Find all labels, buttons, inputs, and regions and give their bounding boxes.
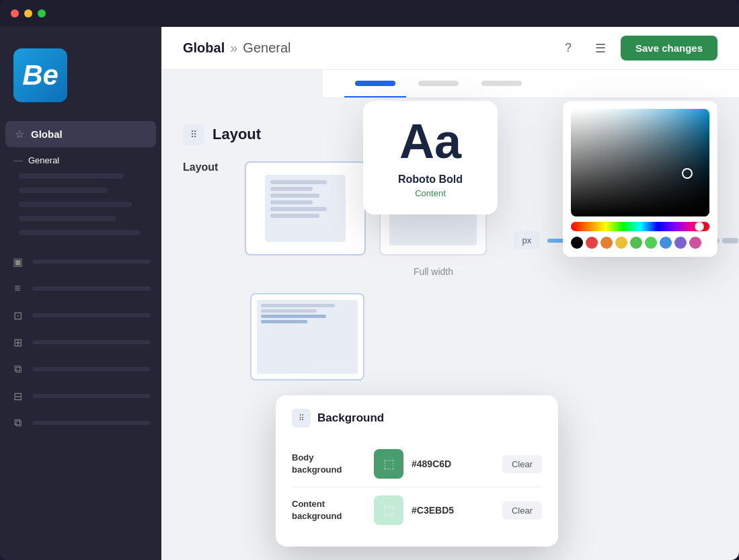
preview-line-2 (270, 187, 312, 191)
logo-area: Be (0, 38, 161, 118)
bg-panel-icon: ⠿ (292, 409, 311, 428)
sidebar-item-global[interactable]: ☆ Global (5, 121, 156, 147)
breadcrumb-main: Global (183, 40, 225, 56)
sidebar-icon-row-6[interactable]: ⊟ (0, 384, 161, 408)
body-background-clear-button[interactable]: Clear (502, 455, 542, 473)
font-card: Aa Roboto Bold Content (363, 101, 498, 214)
tab-item-1[interactable] (344, 70, 406, 97)
px-badge: px (514, 231, 539, 249)
layout-preview-1[interactable] (245, 161, 366, 255)
star-icon: ☆ (15, 128, 24, 141)
breadcrumb: Global » General (183, 40, 291, 56)
close-dot[interactable] (11, 9, 19, 17)
sidebar-placeholder-2 (19, 188, 108, 193)
sidebar: Be ☆ Global — General ▣ ≡ (0, 27, 161, 560)
body-background-swatch[interactable]: ⬚ (374, 449, 403, 479)
sidebar-icon-row-7[interactable]: ⧉ (0, 411, 161, 435)
tab-item-3[interactable] (471, 70, 533, 97)
dash-icon: — (13, 155, 23, 165)
hue-thumb[interactable] (695, 222, 704, 231)
grid-icon: ⊡ (11, 309, 24, 322)
tab-item-2[interactable] (407, 70, 469, 97)
history-icon: ☰ (595, 41, 606, 56)
sidebar-placeholder-5 (19, 230, 140, 235)
layout-icon: ▣ (11, 255, 24, 268)
swatch-yellow[interactable] (615, 237, 627, 249)
sidebar-icon-row-5[interactable]: ⧉ (0, 357, 161, 381)
full-width-label: Full width (414, 266, 453, 277)
layout-label: Layout (183, 161, 218, 173)
font-name: Roboto Bold (379, 173, 481, 186)
swatch-purple[interactable] (674, 237, 687, 249)
copy-icon: ⧉ (11, 362, 24, 376)
help-button[interactable]: ? (556, 36, 580, 61)
picker-circle[interactable] (682, 168, 693, 179)
swatch-orange[interactable] (600, 237, 613, 249)
content-background-clear-button[interactable]: Clear (502, 502, 542, 520)
tab-placeholder-2 (418, 81, 459, 86)
color-gradient[interactable] (571, 109, 709, 216)
main-layout: Be ☆ Global — General ▣ ≡ (0, 27, 739, 560)
nav-placeholder-3 (32, 313, 151, 317)
content-background-row: Content background ⬚ #C3EBD5 Clear (292, 487, 542, 533)
sidebar-placeholder-4 (19, 216, 116, 221)
minus-box-icon: ⊟ (11, 389, 24, 403)
nav-placeholder (32, 259, 151, 264)
swatch-blue[interactable] (660, 237, 672, 249)
layout-preview-3[interactable] (250, 293, 364, 381)
nav-placeholder-6 (32, 394, 151, 398)
question-icon: ? (565, 41, 572, 55)
body-background-value: #489C6D (412, 458, 494, 469)
logo: Be (13, 48, 67, 102)
content-area: Global » General ? ☰ Save changes (161, 27, 739, 560)
header-actions: ? ☰ Save changes (556, 36, 717, 61)
font-preview-text: Aa (379, 117, 481, 165)
swatch-pink[interactable] (689, 237, 701, 249)
bg-panel-header: ⠿ Background (292, 409, 542, 428)
content-swatch-icon: ⬚ (383, 503, 395, 518)
save-changes-button[interactable]: Save changes (621, 36, 717, 61)
nav-placeholder-7 (32, 421, 151, 425)
minimize-dot[interactable] (24, 9, 32, 17)
sidebar-global-label: Global (31, 128, 63, 140)
hue-slider[interactable] (571, 222, 709, 231)
background-panel: ⠿ Background Body background ⬚ #489C6D C… (276, 395, 558, 547)
menu-icon: ≡ (11, 282, 24, 295)
body-background-row: Body background ⬚ #489C6D Clear (292, 441, 542, 487)
preview-line-3 (270, 194, 319, 198)
sidebar-icon-row-2[interactable]: ≡ (0, 276, 161, 301)
app-window: Be ☆ Global — General ▣ ≡ (0, 0, 739, 560)
maximize-dot[interactable] (38, 9, 46, 17)
content-background-label: Content background (292, 498, 366, 522)
swatch-black[interactable] (571, 237, 583, 249)
swatch-green[interactable] (645, 237, 657, 249)
swatch-red[interactable] (586, 237, 598, 249)
sidebar-icon-row-1[interactable]: ▣ (0, 249, 161, 274)
swatch-green-light[interactable] (630, 237, 642, 249)
breadcrumb-sub: General (243, 40, 290, 56)
sidebar-placeholder-3 (19, 202, 132, 207)
titlebar (0, 0, 739, 27)
preview-line-5 (270, 207, 326, 211)
content-background-swatch[interactable]: ⬚ (374, 495, 403, 525)
stack-icon: ⧉ (11, 416, 24, 430)
grid-dots-icon: ⠿ (299, 413, 305, 423)
table-icon: ⊞ (11, 335, 24, 349)
sidebar-icon-row-3[interactable]: ⊡ (0, 303, 161, 327)
sidebar-icon-row-4[interactable]: ⊞ (0, 330, 161, 354)
font-sub: Content (379, 188, 481, 198)
preview-line-4 (270, 200, 312, 204)
history-button[interactable]: ☰ (588, 36, 613, 61)
preview-line-6 (270, 214, 319, 218)
preview-line-1 (270, 180, 326, 184)
preview-inner-1 (265, 175, 346, 242)
color-picker-card[interactable] (563, 101, 717, 257)
layout-section-icon: ⠿ (183, 124, 204, 145)
sidebar-item-general[interactable]: — General (0, 150, 161, 170)
layout-preview-group-1 (245, 161, 366, 255)
tab-bar (323, 70, 739, 98)
nav-placeholder-5 (32, 367, 151, 371)
sidebar-placeholder-1 (19, 173, 124, 179)
sidebar-general-label: General (28, 155, 59, 165)
sidebar-icon-section: ▣ ≡ ⊡ ⊞ ⧉ (0, 249, 161, 435)
